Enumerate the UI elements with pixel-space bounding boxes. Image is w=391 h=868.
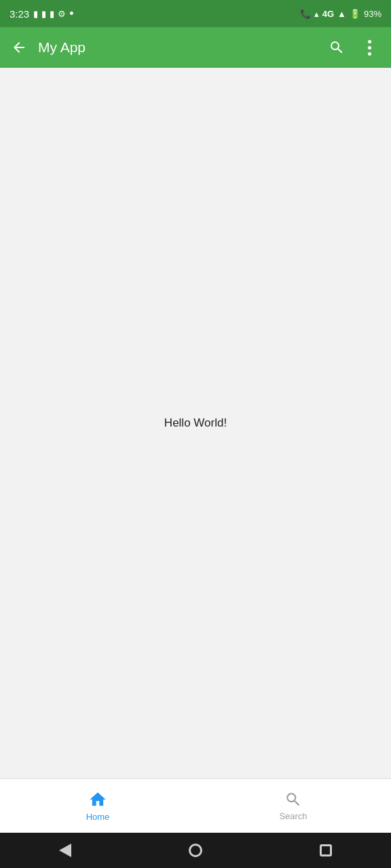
system-navigation-bar [0, 833, 391, 868]
home-icon [88, 790, 107, 809]
more-options-button[interactable] [353, 31, 386, 64]
recents-nav-button[interactable] [312, 837, 339, 864]
nav-item-home[interactable]: Home [0, 779, 196, 833]
nav-label-home: Home [86, 812, 110, 822]
nav-label-search: Search [279, 811, 307, 821]
picture-icon: ▮ [50, 9, 54, 19]
back-nav-icon [59, 844, 71, 857]
dot2 [368, 46, 371, 50]
status-bar: 3:23 ▮ ▮ ▮ ⚙ • 📞 ▴ 4G ▲ 🔋 93% [0, 0, 391, 27]
status-time: 3:23 [10, 8, 29, 20]
wifi-icon: ▴ [314, 9, 319, 19]
app-bar: My App [0, 27, 391, 68]
nav-search-icon [284, 791, 302, 808]
home-nav-icon [189, 844, 202, 857]
hello-world-text: Hello World! [164, 416, 227, 430]
app-bar-title: My App [35, 39, 320, 56]
dot-icon: • [69, 7, 73, 20]
data-icon: ▮ [41, 9, 46, 19]
nav-item-search[interactable]: Search [196, 779, 391, 833]
signal-bars-icon: ▲ [337, 9, 346, 19]
back-nav-button[interactable] [52, 837, 79, 864]
recents-nav-icon [320, 844, 332, 856]
dot1 [368, 40, 371, 43]
back-button[interactable] [3, 31, 35, 64]
battery-level: 93% [364, 9, 381, 19]
home-nav-button[interactable] [182, 837, 209, 864]
settings-icon: ⚙ [58, 9, 66, 19]
sim-icon: ▮ [33, 9, 38, 19]
main-content: Hello World! [0, 68, 391, 778]
search-button[interactable] [320, 31, 353, 64]
dot3 [368, 52, 371, 56]
bottom-navigation: Home Search [0, 778, 391, 833]
battery-icon: 🔋 [350, 9, 360, 19]
phone-icon: 📞 [300, 9, 311, 19]
network-type: 4G [322, 9, 334, 19]
